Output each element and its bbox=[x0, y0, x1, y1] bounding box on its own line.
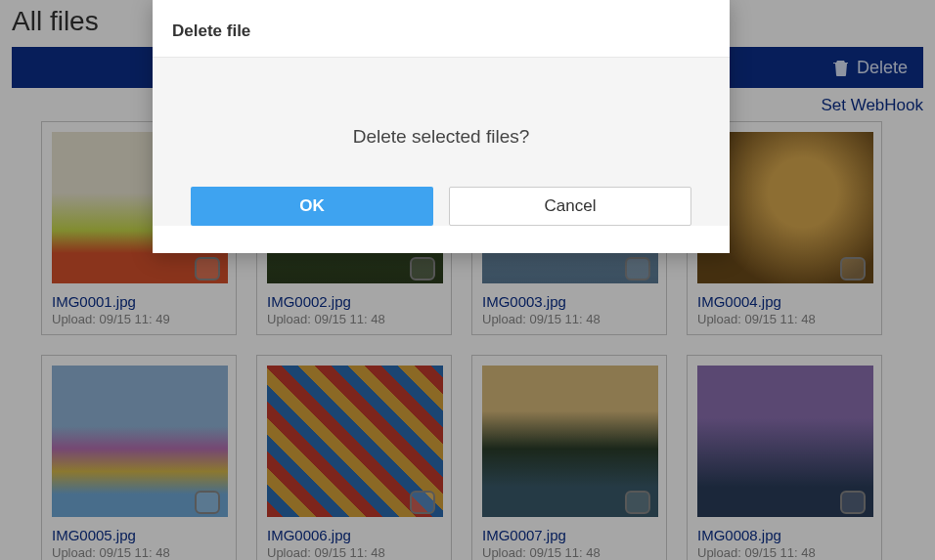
modal-message: Delete selected files? bbox=[153, 126, 730, 148]
ok-button[interactable]: OK bbox=[191, 187, 433, 226]
cancel-button[interactable]: Cancel bbox=[449, 187, 691, 226]
modal-title: Delete file bbox=[153, 0, 730, 57]
modal-actions: OK Cancel bbox=[153, 187, 730, 226]
delete-file-modal: Delete file Delete selected files? OK Ca… bbox=[153, 0, 730, 253]
modal-body: Delete selected files? bbox=[153, 57, 730, 187]
